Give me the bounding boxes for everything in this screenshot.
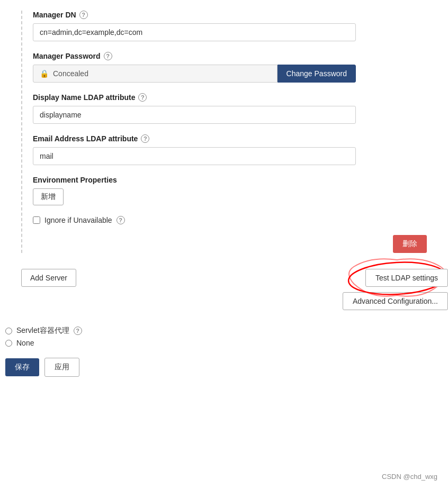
display-name-help-icon[interactable]: ? [138, 93, 147, 102]
manager-dn-help-icon[interactable]: ? [79, 11, 88, 19]
email-address-help-icon[interactable]: ? [141, 134, 149, 143]
email-address-label-text: Email Address LDAP attribute [33, 134, 138, 143]
radio-section: Servlet容器代理 ? None [5, 326, 448, 347]
env-properties-label-text: Environment Properties [33, 176, 117, 184]
manager-password-help-icon[interactable]: ? [104, 52, 112, 60]
servlet-help-icon[interactable]: ? [74, 327, 82, 335]
env-properties-label: Environment Properties [33, 176, 437, 184]
servlet-radio-row: Servlet容器代理 ? [5, 326, 448, 336]
password-field-wrapper: 🔒 Concealed [33, 65, 277, 83]
servlet-radio[interactable] [5, 328, 12, 334]
change-password-button[interactable]: Change Password [277, 65, 356, 83]
manager-dn-label: Manager DN ? [33, 11, 437, 19]
manager-password-group: Manager Password ? 🔒 Concealed Change Pa… [33, 52, 437, 83]
add-server-button[interactable]: Add Server [21, 269, 76, 287]
ignore-unavailable-row: Ignore if Unavailable ? [33, 216, 437, 224]
advanced-config-button[interactable]: Advanced Configuration... [343, 292, 448, 310]
watermark: CSDN @chd_wxg [382, 473, 437, 481]
display-name-input[interactable] [33, 106, 356, 124]
email-address-group: Email Address LDAP attribute ? [33, 134, 437, 165]
ignore-unavailable-label: Ignore if Unavailable [44, 216, 112, 224]
save-button[interactable]: 保存 [5, 358, 39, 376]
ignore-unavailable-help-icon[interactable]: ? [117, 216, 125, 224]
none-radio[interactable] [5, 340, 12, 347]
save-row: 保存 应用 [5, 358, 448, 377]
email-address-label: Email Address LDAP attribute ? [33, 134, 437, 143]
delete-row: 删除 [33, 235, 427, 253]
display-name-label-text: Display Name LDAP attribute [33, 93, 135, 102]
manager-dn-label-text: Manager DN [33, 11, 76, 19]
servlet-label: Servlet容器代理 [16, 326, 69, 336]
concealed-text: Concealed [53, 69, 88, 78]
lock-icon: 🔒 [40, 69, 49, 78]
delete-button[interactable]: 删除 [393, 235, 427, 253]
manager-dn-input[interactable] [33, 23, 356, 41]
apply-button[interactable]: 应用 [44, 358, 79, 377]
bottom-outer: Add Server Test LDAP settings Advanced C… [0, 269, 448, 310]
display-name-label: Display Name LDAP attribute ? [33, 93, 437, 102]
bottom-actions: Add Server [21, 269, 76, 287]
password-row: 🔒 Concealed Change Password [33, 65, 356, 83]
env-properties-group: Environment Properties 新增 [33, 176, 437, 205]
ignore-unavailable-checkbox[interactable] [33, 216, 40, 224]
email-address-input[interactable] [33, 147, 356, 165]
none-radio-row: None [5, 339, 448, 347]
manager-password-label-text: Manager Password [33, 52, 101, 60]
manager-dn-group: Manager DN ? [33, 11, 437, 41]
test-ldap-wrapper: Test LDAP settings [365, 269, 448, 287]
display-name-group: Display Name LDAP attribute ? [33, 93, 437, 124]
right-buttons-col: Test LDAP settings Advanced Configuratio… [343, 269, 448, 310]
test-ldap-button[interactable]: Test LDAP settings [365, 269, 448, 287]
manager-password-label: Manager Password ? [33, 52, 437, 60]
add-env-button[interactable]: 新增 [33, 188, 64, 205]
none-label: None [16, 339, 34, 347]
